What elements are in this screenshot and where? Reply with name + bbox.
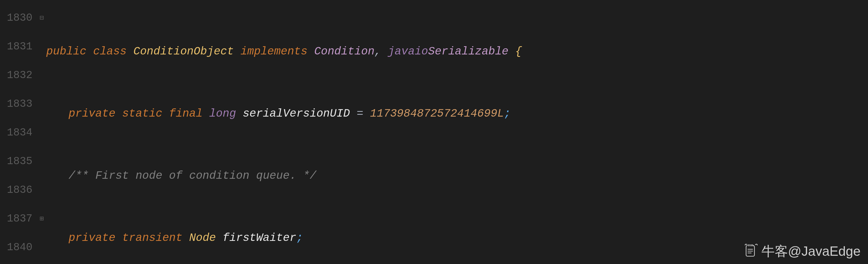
type-long: long (209, 108, 236, 119)
keyword-private: private (68, 108, 115, 119)
line-number[interactable]: 1836 (2, 176, 32, 204)
fold-cell (37, 233, 46, 262)
package-qualifier: io (414, 46, 428, 57)
code-editor: 1830 1831 1832 1833 1834 1835 1836 1837 … (0, 0, 868, 264)
keyword-class: class (93, 46, 126, 57)
semicolon: ; (504, 108, 510, 119)
number-literal: 1173984872572414699L (370, 108, 504, 119)
keyword-final: final (169, 108, 203, 119)
code-line[interactable]: private transient Node firstWaiter; (46, 224, 868, 252)
code-line[interactable]: public class ConditionObject implements … (46, 37, 868, 66)
line-number[interactable]: 1840 (2, 233, 32, 262)
fold-expand-icon[interactable]: ⊞ (37, 204, 46, 233)
fold-column: ⊟ ⊞ (37, 0, 46, 264)
brace-open: { (508, 46, 522, 57)
line-number[interactable]: 1833 (2, 90, 32, 119)
code-line[interactable]: private static final long serialVersionU… (46, 99, 868, 128)
package-qualifier: java (388, 46, 415, 57)
assign: = (350, 108, 370, 119)
code-area[interactable]: public class ConditionObject implements … (46, 0, 868, 264)
field-name: serialVersionUID (243, 108, 350, 119)
line-number[interactable]: 1831 (2, 32, 32, 61)
class-name: ConditionObject (133, 46, 234, 57)
keyword-private: private (68, 232, 115, 243)
fold-cell (37, 176, 46, 204)
fold-cell (37, 119, 46, 147)
fold-cell (37, 90, 46, 119)
keyword-implements: implements (241, 46, 308, 57)
fold-cell (37, 61, 46, 90)
line-number[interactable]: 1830 (2, 4, 32, 32)
comma: , (374, 46, 388, 57)
interface-name: Serializable (428, 46, 508, 57)
fold-cell (37, 147, 46, 176)
type-node: Node (189, 232, 216, 243)
fold-cell (37, 32, 46, 61)
semicolon: ; (296, 232, 303, 243)
doc-comment: /** First node of condition queue. */ (68, 170, 316, 182)
keyword-transient: transient (122, 232, 183, 243)
field-name: firstWaiter (223, 232, 296, 243)
keyword-static: static (122, 108, 162, 119)
keyword-public: public (46, 46, 86, 57)
line-number-gutter: 1830 1831 1832 1833 1834 1835 1836 1837 … (0, 0, 37, 264)
fold-collapse-icon[interactable]: ⊟ (37, 4, 46, 32)
line-number[interactable]: 1834 (2, 119, 32, 147)
line-number[interactable]: 1832 (2, 61, 32, 90)
code-line[interactable]: /** First node of condition queue. */ (46, 162, 868, 190)
line-number[interactable]: 1837 (2, 204, 32, 233)
interface-name: Condition (314, 46, 374, 57)
line-number[interactable]: 1835 (2, 147, 32, 176)
